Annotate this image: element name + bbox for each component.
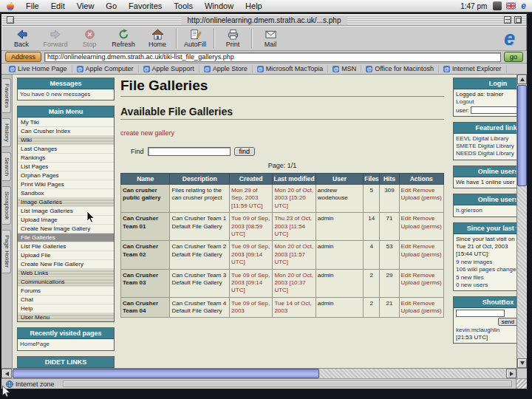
menu-item-last-changes[interactable]: Last Changes — [18, 144, 114, 153]
refresh-button[interactable]: Refresh — [106, 27, 140, 50]
window-collapse-button[interactable] — [504, 16, 511, 24]
favorite-item[interactable]: @Internet Explorer — [439, 65, 507, 72]
messages-link[interactable]: You have 0 new messages — [20, 91, 90, 98]
menu-section-file-galleries[interactable]: File Galleries — [18, 233, 114, 242]
gallery-name-link[interactable]: Can Crusher Team 04 — [121, 297, 170, 318]
featured-link[interactable]: EEVL Digital Library — [456, 135, 508, 142]
menu-item-forums[interactable]: Forums — [18, 286, 114, 295]
menu-favorites[interactable]: Favorites — [123, 1, 168, 10]
forward-button[interactable]: Forward — [38, 27, 72, 50]
gallery-name-link[interactable]: Can crusher public gallery — [121, 185, 170, 213]
since-visit-stat[interactable]: 5 new files — [456, 274, 484, 281]
menu-section-web-links[interactable]: Web Links — [18, 268, 114, 277]
tab-search[interactable]: Search — [2, 152, 11, 181]
col-name[interactable]: Name — [121, 174, 170, 185]
menu-item-list-image-galleries[interactable]: List Image Galleries — [18, 206, 114, 215]
find-button[interactable]: find — [234, 147, 256, 156]
vertical-scrollbar[interactable] — [516, 75, 527, 368]
menu-file[interactable]: File — [20, 1, 45, 10]
go-button[interactable]: go — [504, 52, 523, 62]
address-label-chip[interactable]: Address — [5, 52, 41, 62]
login-user-input[interactable] — [471, 106, 516, 114]
menu-item-upload-file[interactable]: Upload File — [18, 250, 114, 259]
menu-item-chat[interactable]: Chat — [18, 295, 114, 304]
menu-item-list-file-galleries[interactable]: List File Galleries — [18, 242, 114, 250]
favorite-item[interactable]: @Apple Store — [200, 65, 253, 72]
gallery-name-link[interactable]: Can Crusher Team 02 — [121, 241, 170, 269]
menu-tools[interactable]: Tools — [168, 1, 199, 10]
col-description[interactable]: Description — [170, 174, 230, 185]
tab-favorites[interactable]: Favorites — [2, 78, 11, 113]
window-zoom-button[interactable] — [514, 16, 522, 24]
horizontal-scroll-track[interactable] — [12, 369, 506, 378]
window-title-bar[interactable]: http://onlinelearning.dmem.strath.ac.uk/… — [2, 15, 526, 26]
featured-link[interactable]: SMETE Digital Library — [456, 143, 514, 149]
recent-page-link[interactable]: HomePage — [20, 341, 50, 347]
scroll-up-button[interactable] — [517, 75, 527, 84]
online-user-link[interactable]: h.grierson — [456, 207, 482, 214]
autofill-button[interactable]: AutoFill — [178, 27, 212, 50]
horizontal-scrollbar[interactable] — [1, 368, 527, 378]
gallery-name-link[interactable]: Can Crusher Team 03 — [121, 269, 170, 297]
vertical-scroll-thumb[interactable] — [517, 85, 527, 186]
featured-link[interactable]: NEEDS Digital Library — [456, 150, 514, 157]
scroll-left-button[interactable] — [1, 369, 12, 378]
shoutbox-message-user[interactable]: kevin.mclaughlin — [456, 327, 499, 333]
address-input[interactable] — [44, 52, 501, 62]
window-close-button[interactable] — [7, 16, 14, 24]
menu-section-user-menu[interactable]: User Menu — [18, 313, 114, 321]
gallery-actions[interactable]: Edit Remove Upload (perms) — [399, 185, 443, 213]
vertical-scroll-track[interactable] — [517, 84, 527, 358]
tab-history[interactable]: History — [2, 118, 11, 147]
gallery-actions[interactable]: Edit Remove Upload (perms) — [399, 241, 443, 269]
menu-section-wiki[interactable]: Wiki — [18, 135, 114, 144]
apple-menu-icon[interactable] — [0, 1, 20, 11]
resize-grip[interactable] — [516, 379, 527, 389]
menu-item-create-new-image-gallery[interactable]: Create New Image Gallery — [18, 224, 114, 233]
col-files[interactable]: Files — [364, 174, 380, 185]
favorite-item[interactable]: @Office for Macintosh — [361, 65, 439, 72]
menu-window[interactable]: Window — [199, 1, 239, 10]
menu-extras-icon[interactable] — [493, 1, 502, 10]
favorite-item[interactable]: @Apple Computer — [72, 65, 139, 72]
gallery-actions[interactable]: Edit Remove Upload (perms) — [399, 269, 443, 297]
logout-link[interactable]: Logout — [456, 98, 474, 105]
menu-item-orphan-pages[interactable]: Orphan Pages — [18, 171, 114, 180]
menu-bar-clock[interactable]: 1:47 pm — [457, 2, 491, 10]
horizontal-scroll-thumb[interactable] — [13, 369, 319, 378]
stop-button[interactable]: Stop — [72, 27, 106, 50]
favorite-item[interactable]: @MSN — [328, 65, 361, 72]
col-created[interactable]: Created — [230, 174, 273, 185]
tab-scrapbook[interactable]: Scrapbook — [2, 186, 11, 225]
menu-item-create-new-file-gallery[interactable]: Create New File Gallery — [18, 259, 114, 268]
menu-item-upload-image[interactable]: Upload Image — [18, 215, 114, 224]
favorite-item[interactable]: @Apple Support — [139, 65, 200, 72]
shoutbox-send-button[interactable]: send — [498, 318, 516, 326]
menu-section-communications[interactable]: Communications — [18, 277, 114, 286]
col-actions[interactable]: Actions — [399, 174, 443, 185]
col-hits[interactable]: Hits — [380, 174, 399, 185]
menu-item-list-pages[interactable]: List Pages — [18, 162, 114, 171]
menu-edit[interactable]: Edit — [45, 1, 71, 10]
menu-go[interactable]: Go — [100, 1, 123, 10]
mail-button[interactable]: Mail — [253, 27, 287, 50]
back-button[interactable]: Back — [4, 27, 38, 50]
menu-view[interactable]: View — [71, 1, 100, 10]
application-menu-icon[interactable]: e — [518, 1, 532, 11]
menu-item-sandbox[interactable]: Sandbox — [18, 188, 114, 197]
since-visit-stat[interactable]: 0 new users — [456, 282, 488, 288]
since-visit-stat[interactable]: 9 new images — [456, 259, 492, 265]
find-input[interactable] — [148, 147, 231, 156]
menu-item-help[interactable]: Help — [18, 304, 114, 313]
menu-help[interactable]: Help — [239, 1, 268, 10]
favorite-item[interactable]: @Microsoft MacTopia — [253, 65, 329, 72]
menu-item-my-tiki[interactable]: My Tiki — [18, 117, 114, 126]
favorite-item[interactable]: @Live Home Page — [4, 65, 72, 72]
menu-item-print-wiki-pages[interactable]: Print Wiki Pages — [18, 180, 114, 188]
menu-item-can-crusher-index[interactable]: Can Crusher Index — [18, 126, 114, 135]
col-user[interactable]: User — [316, 174, 363, 185]
menu-item-rankings[interactable]: Rankings — [18, 153, 114, 162]
shoutbox-input[interactable] — [456, 310, 505, 317]
gallery-name-link[interactable]: Can Crusher Team 01 — [121, 213, 170, 241]
col-last-modified[interactable]: Last modified — [273, 174, 316, 185]
